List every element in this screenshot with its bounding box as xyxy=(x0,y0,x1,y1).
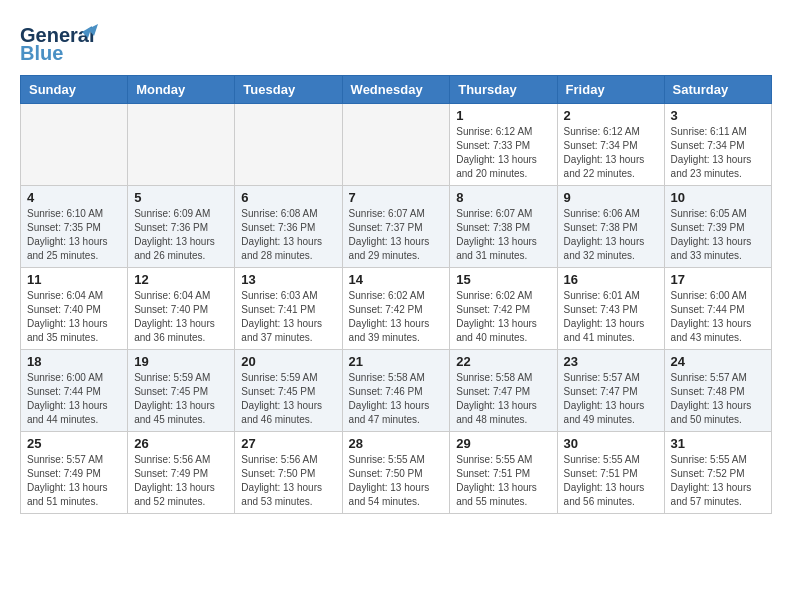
day-number: 3 xyxy=(671,108,765,123)
calendar-cell: 10Sunrise: 6:05 AMSunset: 7:39 PMDayligh… xyxy=(664,186,771,268)
calendar-cell: 21Sunrise: 5:58 AMSunset: 7:46 PMDayligh… xyxy=(342,350,450,432)
day-number: 8 xyxy=(456,190,550,205)
day-info: Sunrise: 6:12 AMSunset: 7:34 PMDaylight:… xyxy=(564,125,658,181)
day-info: Sunrise: 6:06 AMSunset: 7:38 PMDaylight:… xyxy=(564,207,658,263)
weekday-header-thursday: Thursday xyxy=(450,76,557,104)
day-number: 28 xyxy=(349,436,444,451)
calendar-cell: 29Sunrise: 5:55 AMSunset: 7:51 PMDayligh… xyxy=(450,432,557,514)
day-number: 29 xyxy=(456,436,550,451)
calendar-cell: 11Sunrise: 6:04 AMSunset: 7:40 PMDayligh… xyxy=(21,268,128,350)
calendar-week-3: 11Sunrise: 6:04 AMSunset: 7:40 PMDayligh… xyxy=(21,268,772,350)
day-info: Sunrise: 6:07 AMSunset: 7:38 PMDaylight:… xyxy=(456,207,550,263)
calendar-week-5: 25Sunrise: 5:57 AMSunset: 7:49 PMDayligh… xyxy=(21,432,772,514)
calendar-cell: 5Sunrise: 6:09 AMSunset: 7:36 PMDaylight… xyxy=(128,186,235,268)
day-info: Sunrise: 6:03 AMSunset: 7:41 PMDaylight:… xyxy=(241,289,335,345)
calendar-cell: 18Sunrise: 6:00 AMSunset: 7:44 PMDayligh… xyxy=(21,350,128,432)
day-info: Sunrise: 5:55 AMSunset: 7:51 PMDaylight:… xyxy=(564,453,658,509)
day-number: 14 xyxy=(349,272,444,287)
calendar-cell: 2Sunrise: 6:12 AMSunset: 7:34 PMDaylight… xyxy=(557,104,664,186)
day-info: Sunrise: 5:55 AMSunset: 7:51 PMDaylight:… xyxy=(456,453,550,509)
day-info: Sunrise: 5:58 AMSunset: 7:46 PMDaylight:… xyxy=(349,371,444,427)
day-number: 12 xyxy=(134,272,228,287)
calendar-cell xyxy=(342,104,450,186)
day-info: Sunrise: 6:12 AMSunset: 7:33 PMDaylight:… xyxy=(456,125,550,181)
calendar-cell: 20Sunrise: 5:59 AMSunset: 7:45 PMDayligh… xyxy=(235,350,342,432)
day-number: 15 xyxy=(456,272,550,287)
logo: General Blue xyxy=(20,20,110,65)
calendar-cell: 3Sunrise: 6:11 AMSunset: 7:34 PMDaylight… xyxy=(664,104,771,186)
calendar-cell xyxy=(235,104,342,186)
day-info: Sunrise: 6:08 AMSunset: 7:36 PMDaylight:… xyxy=(241,207,335,263)
calendar-cell: 30Sunrise: 5:55 AMSunset: 7:51 PMDayligh… xyxy=(557,432,664,514)
day-number: 21 xyxy=(349,354,444,369)
calendar-cell xyxy=(21,104,128,186)
calendar-cell: 31Sunrise: 5:55 AMSunset: 7:52 PMDayligh… xyxy=(664,432,771,514)
calendar-cell: 19Sunrise: 5:59 AMSunset: 7:45 PMDayligh… xyxy=(128,350,235,432)
calendar-cell: 1Sunrise: 6:12 AMSunset: 7:33 PMDaylight… xyxy=(450,104,557,186)
calendar-cell: 17Sunrise: 6:00 AMSunset: 7:44 PMDayligh… xyxy=(664,268,771,350)
day-info: Sunrise: 5:57 AMSunset: 7:47 PMDaylight:… xyxy=(564,371,658,427)
day-number: 30 xyxy=(564,436,658,451)
day-info: Sunrise: 5:55 AMSunset: 7:50 PMDaylight:… xyxy=(349,453,444,509)
day-info: Sunrise: 5:59 AMSunset: 7:45 PMDaylight:… xyxy=(134,371,228,427)
weekday-header-tuesday: Tuesday xyxy=(235,76,342,104)
day-info: Sunrise: 5:59 AMSunset: 7:45 PMDaylight:… xyxy=(241,371,335,427)
logo-svg: General Blue xyxy=(20,20,110,65)
day-number: 13 xyxy=(241,272,335,287)
day-info: Sunrise: 6:10 AMSunset: 7:35 PMDaylight:… xyxy=(27,207,121,263)
day-info: Sunrise: 6:05 AMSunset: 7:39 PMDaylight:… xyxy=(671,207,765,263)
calendar-cell: 8Sunrise: 6:07 AMSunset: 7:38 PMDaylight… xyxy=(450,186,557,268)
day-number: 16 xyxy=(564,272,658,287)
day-number: 17 xyxy=(671,272,765,287)
calendar-week-2: 4Sunrise: 6:10 AMSunset: 7:35 PMDaylight… xyxy=(21,186,772,268)
day-info: Sunrise: 6:01 AMSunset: 7:43 PMDaylight:… xyxy=(564,289,658,345)
calendar-cell: 15Sunrise: 6:02 AMSunset: 7:42 PMDayligh… xyxy=(450,268,557,350)
day-number: 4 xyxy=(27,190,121,205)
calendar-cell: 22Sunrise: 5:58 AMSunset: 7:47 PMDayligh… xyxy=(450,350,557,432)
day-number: 18 xyxy=(27,354,121,369)
day-number: 20 xyxy=(241,354,335,369)
calendar-cell: 24Sunrise: 5:57 AMSunset: 7:48 PMDayligh… xyxy=(664,350,771,432)
calendar-week-4: 18Sunrise: 6:00 AMSunset: 7:44 PMDayligh… xyxy=(21,350,772,432)
calendar-cell: 28Sunrise: 5:55 AMSunset: 7:50 PMDayligh… xyxy=(342,432,450,514)
weekday-header-monday: Monday xyxy=(128,76,235,104)
day-info: Sunrise: 6:11 AMSunset: 7:34 PMDaylight:… xyxy=(671,125,765,181)
day-number: 25 xyxy=(27,436,121,451)
day-number: 9 xyxy=(564,190,658,205)
weekday-header-wednesday: Wednesday xyxy=(342,76,450,104)
day-info: Sunrise: 6:04 AMSunset: 7:40 PMDaylight:… xyxy=(134,289,228,345)
weekday-header-sunday: Sunday xyxy=(21,76,128,104)
calendar-week-1: 1Sunrise: 6:12 AMSunset: 7:33 PMDaylight… xyxy=(21,104,772,186)
day-number: 31 xyxy=(671,436,765,451)
day-number: 19 xyxy=(134,354,228,369)
day-info: Sunrise: 6:04 AMSunset: 7:40 PMDaylight:… xyxy=(27,289,121,345)
day-info: Sunrise: 6:09 AMSunset: 7:36 PMDaylight:… xyxy=(134,207,228,263)
day-info: Sunrise: 6:02 AMSunset: 7:42 PMDaylight:… xyxy=(456,289,550,345)
calendar-cell: 12Sunrise: 6:04 AMSunset: 7:40 PMDayligh… xyxy=(128,268,235,350)
calendar-cell: 26Sunrise: 5:56 AMSunset: 7:49 PMDayligh… xyxy=(128,432,235,514)
day-info: Sunrise: 5:57 AMSunset: 7:49 PMDaylight:… xyxy=(27,453,121,509)
calendar-cell: 14Sunrise: 6:02 AMSunset: 7:42 PMDayligh… xyxy=(342,268,450,350)
calendar-cell: 23Sunrise: 5:57 AMSunset: 7:47 PMDayligh… xyxy=(557,350,664,432)
calendar-cell: 13Sunrise: 6:03 AMSunset: 7:41 PMDayligh… xyxy=(235,268,342,350)
calendar-cell: 27Sunrise: 5:56 AMSunset: 7:50 PMDayligh… xyxy=(235,432,342,514)
calendar: SundayMondayTuesdayWednesdayThursdayFrid… xyxy=(20,75,772,514)
calendar-cell: 6Sunrise: 6:08 AMSunset: 7:36 PMDaylight… xyxy=(235,186,342,268)
svg-text:Blue: Blue xyxy=(20,42,63,64)
day-info: Sunrise: 5:56 AMSunset: 7:49 PMDaylight:… xyxy=(134,453,228,509)
day-number: 2 xyxy=(564,108,658,123)
weekday-header-friday: Friday xyxy=(557,76,664,104)
day-number: 11 xyxy=(27,272,121,287)
calendar-cell xyxy=(128,104,235,186)
day-number: 22 xyxy=(456,354,550,369)
day-info: Sunrise: 5:58 AMSunset: 7:47 PMDaylight:… xyxy=(456,371,550,427)
day-number: 6 xyxy=(241,190,335,205)
calendar-cell: 25Sunrise: 5:57 AMSunset: 7:49 PMDayligh… xyxy=(21,432,128,514)
day-info: Sunrise: 5:57 AMSunset: 7:48 PMDaylight:… xyxy=(671,371,765,427)
day-number: 7 xyxy=(349,190,444,205)
calendar-cell: 4Sunrise: 6:10 AMSunset: 7:35 PMDaylight… xyxy=(21,186,128,268)
day-info: Sunrise: 5:56 AMSunset: 7:50 PMDaylight:… xyxy=(241,453,335,509)
day-info: Sunrise: 6:02 AMSunset: 7:42 PMDaylight:… xyxy=(349,289,444,345)
day-number: 10 xyxy=(671,190,765,205)
calendar-cell: 9Sunrise: 6:06 AMSunset: 7:38 PMDaylight… xyxy=(557,186,664,268)
